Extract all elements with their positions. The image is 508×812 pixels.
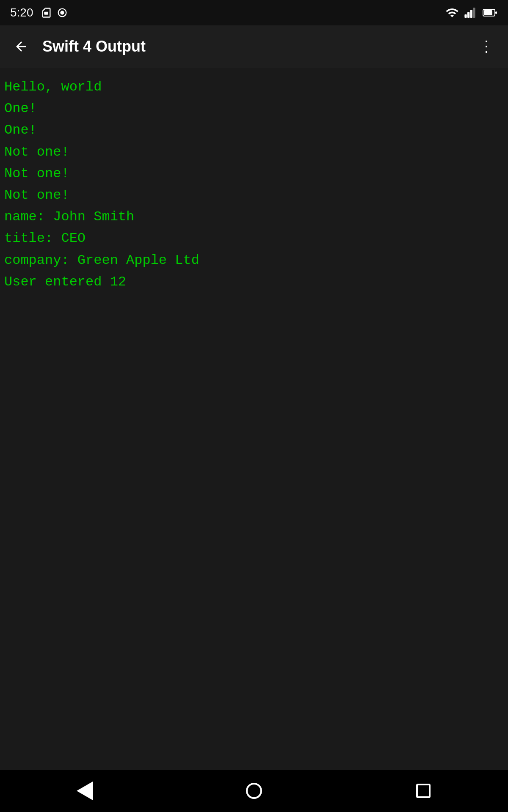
- wifi-icon: [445, 6, 459, 19]
- svg-point-2: [60, 11, 64, 14]
- nav-back-button[interactable]: [68, 774, 102, 808]
- svg-rect-5: [470, 10, 472, 18]
- svg-rect-6: [473, 8, 475, 18]
- nav-recent-button[interactable]: [406, 774, 440, 808]
- nav-home-circle-icon: [246, 783, 262, 799]
- app-title: Swift 4 Output: [42, 38, 474, 55]
- circle-status-icon: [56, 7, 68, 19]
- output-line: Not one!: [4, 163, 504, 184]
- output-line: Not one!: [4, 184, 504, 206]
- svg-rect-8: [484, 10, 492, 15]
- output-lines-container: Hello, worldOne!One!Not one!Not one!Not …: [4, 76, 504, 293]
- status-left: 5:20: [10, 6, 68, 19]
- output-line: User entered 12: [4, 271, 504, 293]
- sim-card-icon: [40, 7, 52, 19]
- output-line: title: CEO: [4, 228, 504, 249]
- app-bar: Swift 4 Output ⋮: [0, 25, 508, 68]
- signal-icon: [464, 6, 478, 19]
- svg-rect-4: [467, 12, 469, 18]
- status-icons-left: [40, 7, 68, 19]
- output-line: Not one!: [4, 141, 504, 163]
- output-line: Hello, world: [4, 76, 504, 98]
- back-button[interactable]: [8, 34, 34, 59]
- output-line: One!: [4, 119, 504, 141]
- nav-bar: [0, 770, 508, 812]
- nav-home-button[interactable]: [237, 774, 271, 808]
- nav-back-triangle-icon: [77, 782, 93, 800]
- status-right: [445, 6, 498, 19]
- output-line: company: Green Apple Ltd: [4, 250, 504, 271]
- nav-recent-square-icon: [416, 784, 431, 798]
- output-line: One!: [4, 98, 504, 119]
- status-bar: 5:20: [0, 0, 508, 25]
- svg-rect-0: [44, 12, 48, 15]
- output-content: Hello, worldOne!One!Not one!Not one!Not …: [0, 68, 508, 770]
- svg-rect-9: [495, 11, 497, 14]
- battery-icon: [483, 7, 498, 19]
- status-time: 5:20: [10, 6, 33, 19]
- back-arrow-icon: [14, 39, 29, 54]
- output-line: name: John Smith: [4, 206, 504, 228]
- more-dots-icon: ⋮: [479, 39, 495, 54]
- more-options-button[interactable]: ⋮: [474, 34, 500, 59]
- svg-rect-3: [464, 14, 467, 18]
